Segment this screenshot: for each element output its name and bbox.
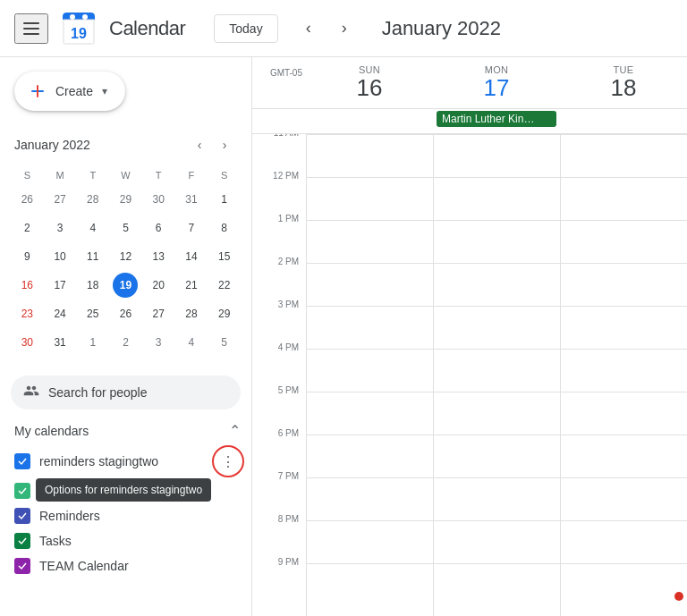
mini-cal-day[interactable]: 6	[146, 215, 171, 240]
hour-line[interactable]	[307, 134, 433, 177]
hour-line[interactable]	[561, 392, 687, 435]
mini-cal-day[interactable]: 2	[14, 215, 39, 240]
hour-line[interactable]	[561, 349, 687, 392]
hour-line[interactable]	[307, 392, 433, 435]
app-logo: 19	[63, 13, 95, 45]
mini-cal-day[interactable]: 3	[146, 330, 171, 355]
mini-cal-day[interactable]: 5	[113, 215, 138, 240]
mlk-day-event[interactable]: Martin Luther Kin…	[437, 111, 556, 127]
mini-cal-next[interactable]: ›	[212, 132, 237, 157]
calendar-more-options-button[interactable]: ⋮	[216, 449, 241, 474]
mini-cal-day[interactable]: 31	[179, 187, 204, 212]
hour-line[interactable]	[561, 306, 687, 349]
mini-cal-day[interactable]: 26	[14, 187, 39, 212]
time-label: 8 PM	[278, 514, 299, 524]
hour-line[interactable]	[307, 177, 433, 220]
today-button[interactable]: Today	[214, 14, 277, 43]
mini-cal-day[interactable]: 5	[212, 330, 237, 355]
mini-cal-day[interactable]: 9	[14, 244, 39, 269]
mini-cal-day[interactable]: 4	[81, 215, 106, 240]
grid-col-tue[interactable]	[560, 134, 687, 616]
hour-line[interactable]	[434, 177, 560, 220]
day-header-sun: SUN 16	[306, 64, 433, 108]
mini-cal-day[interactable]: 3	[47, 215, 72, 240]
mini-cal-day[interactable]: 26	[113, 301, 138, 326]
hour-line[interactable]	[561, 177, 687, 220]
hour-line[interactable]	[561, 477, 687, 520]
hour-line[interactable]	[561, 520, 687, 563]
mini-cal-day[interactable]: 18	[81, 273, 106, 298]
search-people-box[interactable]: Search for people	[11, 376, 241, 409]
mini-cal-day[interactable]: 21	[179, 273, 204, 298]
hour-line[interactable]	[561, 435, 687, 477]
mini-cal-day[interactable]: 25	[81, 301, 106, 326]
hour-line[interactable]	[434, 349, 560, 392]
hour-line[interactable]	[561, 220, 687, 263]
hour-line[interactable]	[434, 563, 560, 606]
mini-cal-day[interactable]: 13	[146, 244, 171, 269]
mini-cal-day[interactable]: 2	[113, 330, 138, 355]
calendar-item-reminders-stagingtwo[interactable]: reminders stagingtwo ⋮ Options for remin…	[0, 444, 251, 478]
hour-line[interactable]	[561, 134, 687, 177]
mini-cal-day[interactable]: 28	[179, 301, 204, 326]
mini-cal-week-row: 23242526272829	[11, 300, 241, 327]
hour-line[interactable]	[307, 520, 433, 563]
hour-line[interactable]	[307, 563, 433, 606]
mini-cal-day[interactable]: 4	[179, 330, 204, 355]
hour-line[interactable]	[434, 435, 560, 477]
mini-cal-day[interactable]: 20	[146, 273, 171, 298]
mini-cal-day[interactable]: 29	[113, 187, 138, 212]
grid-col-mon[interactable]	[433, 134, 560, 616]
prev-period-button[interactable]: ‹	[293, 13, 325, 45]
calendar-item-reminders[interactable]: Reminders	[0, 503, 251, 528]
svg-point-6	[82, 14, 88, 20]
hour-line[interactable]	[434, 477, 560, 520]
mini-cal-day[interactable]: 30	[146, 187, 171, 212]
hour-line[interactable]	[307, 220, 433, 263]
mini-cal-day[interactable]: 12	[113, 244, 138, 269]
time-labels-column: 11 AM12 PM1 PM2 PM3 PM4 PM5 PM6 PM7 PM8 …	[252, 134, 306, 616]
mini-cal-day[interactable]: 1	[81, 330, 106, 355]
hour-line[interactable]	[307, 435, 433, 477]
hour-line[interactable]	[434, 220, 560, 263]
mini-cal-day[interactable]: 27	[146, 301, 171, 326]
mini-cal-day[interactable]: 7	[179, 215, 204, 240]
mini-cal-day[interactable]: 10	[47, 244, 72, 269]
mini-cal-day[interactable]: 27	[47, 187, 72, 212]
my-calendars-header[interactable]: My calendars ⌃	[0, 417, 251, 444]
mini-cal-day[interactable]: 28	[81, 187, 106, 212]
hour-line[interactable]	[434, 520, 560, 563]
mini-cal-day[interactable]: 8	[212, 215, 237, 240]
mini-cal-day[interactable]: 19	[113, 273, 138, 298]
mini-cal-prev[interactable]: ‹	[187, 132, 212, 157]
hour-line[interactable]	[434, 306, 560, 349]
hour-line[interactable]	[307, 306, 433, 349]
mini-cal-day[interactable]: 16	[14, 273, 39, 298]
hour-line[interactable]	[561, 263, 687, 306]
mini-cal-day[interactable]: 15	[212, 244, 237, 269]
grid-col-sun[interactable]	[306, 134, 433, 616]
mini-cal-day[interactable]: 29	[212, 301, 237, 326]
hour-line[interactable]	[307, 263, 433, 306]
mini-cal-day[interactable]: 24	[47, 301, 72, 326]
mini-cal-day[interactable]: 17	[47, 273, 72, 298]
menu-button[interactable]	[14, 13, 48, 44]
mini-cal-day[interactable]: 14	[179, 244, 204, 269]
next-period-button[interactable]: ›	[328, 13, 360, 45]
create-button[interactable]: Create ▾	[14, 72, 125, 111]
mini-cal-day[interactable]: 30	[14, 330, 39, 355]
calendar-item-tasks[interactable]: Tasks	[0, 528, 251, 553]
hour-line[interactable]	[434, 263, 560, 306]
allday-cell-mon[interactable]: Martin Luther Kin…	[433, 109, 560, 133]
calendar-item-team-calendar[interactable]: TEAM Calendar	[0, 553, 251, 578]
mini-cal-day[interactable]: 23	[14, 301, 39, 326]
mini-cal-day[interactable]: 11	[81, 244, 106, 269]
mini-cal-day[interactable]: 22	[212, 273, 237, 298]
hour-line[interactable]	[561, 563, 687, 606]
mini-cal-day[interactable]: 1	[212, 187, 237, 212]
hour-line[interactable]	[434, 134, 560, 177]
hour-line[interactable]	[307, 477, 433, 520]
mini-cal-day[interactable]: 31	[47, 330, 72, 355]
hour-line[interactable]	[434, 392, 560, 435]
hour-line[interactable]	[307, 349, 433, 392]
